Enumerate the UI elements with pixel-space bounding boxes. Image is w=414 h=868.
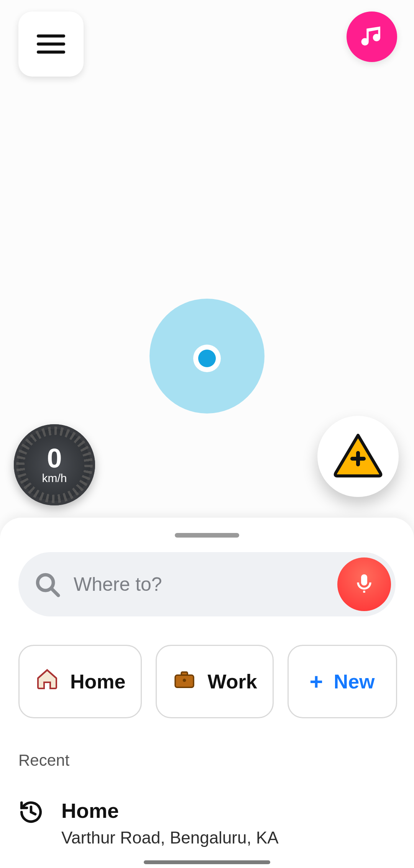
report-button[interactable] bbox=[317, 416, 399, 497]
speed-value: 0 bbox=[47, 445, 62, 472]
location-dot bbox=[193, 345, 221, 372]
plus-icon: + bbox=[310, 669, 323, 695]
sheet-grab-handle[interactable] bbox=[175, 533, 239, 538]
shortcut-home[interactable]: Home bbox=[18, 645, 142, 718]
speed-unit: km/h bbox=[42, 472, 67, 485]
search-icon bbox=[34, 571, 61, 598]
search-input[interactable]: Where to? bbox=[18, 552, 396, 616]
speedometer[interactable]: 0 km/h bbox=[14, 424, 95, 505]
music-note-icon bbox=[359, 23, 384, 50]
music-button[interactable] bbox=[347, 11, 397, 62]
svg-line-2 bbox=[52, 589, 58, 596]
shortcut-label: Work bbox=[207, 670, 257, 693]
home-icon bbox=[35, 667, 59, 696]
system-home-indicator[interactable] bbox=[144, 860, 270, 864]
recent-section-label: Recent bbox=[18, 751, 396, 770]
shortcut-label: Home bbox=[70, 670, 125, 693]
shortcut-work[interactable]: Work bbox=[156, 645, 273, 718]
recent-item-subtitle: Varthur Road, Bengaluru, KA bbox=[61, 828, 279, 847]
bottom-sheet: Where to? Home bbox=[0, 518, 414, 868]
svg-rect-4 bbox=[181, 672, 187, 675]
shortcut-new[interactable]: + New bbox=[288, 645, 397, 718]
voice-search-button[interactable] bbox=[337, 557, 391, 611]
recent-item-title: Home bbox=[61, 799, 279, 822]
history-icon bbox=[18, 799, 44, 826]
svg-point-5 bbox=[183, 678, 186, 682]
warning-plus-icon bbox=[334, 433, 383, 480]
microphone-icon bbox=[352, 571, 376, 597]
menu-button[interactable] bbox=[18, 11, 84, 77]
hamburger-icon bbox=[37, 34, 65, 54]
recent-item[interactable]: Home Varthur Road, Bengaluru, KA bbox=[18, 799, 396, 847]
shortcut-row: Home Work + New bbox=[18, 645, 396, 718]
shortcut-label: New bbox=[334, 670, 375, 693]
recent-item-text: Home Varthur Road, Bengaluru, KA bbox=[61, 799, 279, 847]
briefcase-icon bbox=[172, 667, 197, 696]
